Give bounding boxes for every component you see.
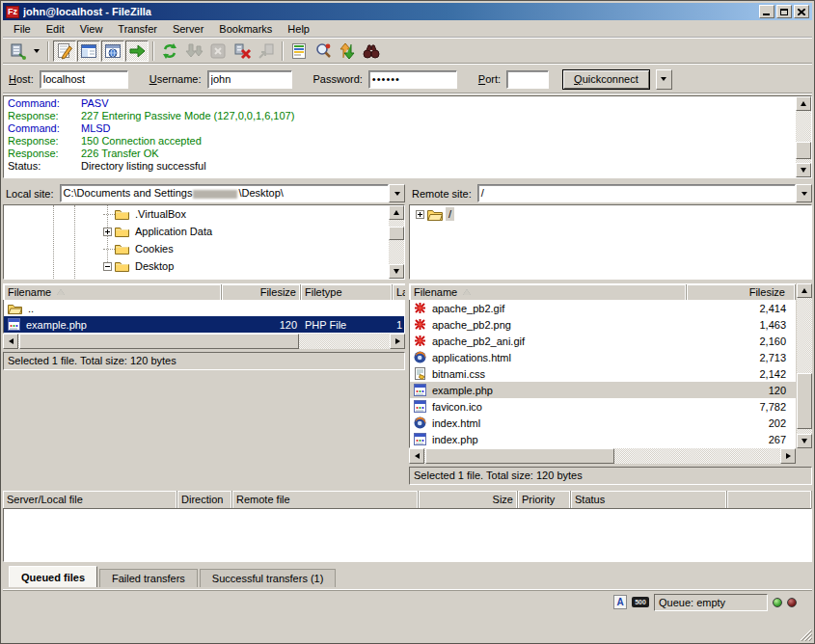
synchronized-browsing-button[interactable]: [336, 40, 359, 62]
file-row[interactable]: index.php 267: [410, 431, 796, 447]
toggle-local-tree-button[interactable]: [77, 40, 100, 62]
process-queue-button[interactable]: [182, 40, 205, 62]
local-tree-vertical-scrollbar[interactable]: [389, 205, 404, 279]
green-arrow-icon: [127, 41, 147, 61]
remote-vertical-scrollbar[interactable]: [796, 283, 812, 464]
scroll-left-button[interactable]: [409, 448, 424, 464]
menu-transfer[interactable]: Transfer: [111, 21, 164, 37]
directory-filters-button[interactable]: [287, 40, 311, 62]
scroll-up-button[interactable]: [797, 283, 812, 298]
remote-site-combobox[interactable]: /: [477, 184, 812, 202]
column-header-last-modified[interactable]: Last modified: [393, 284, 405, 300]
file-row[interactable]: bitnami.css 2,142: [410, 365, 796, 382]
collapse-minus-icon[interactable]: [103, 262, 112, 271]
scroll-down-button[interactable]: [797, 434, 812, 448]
quickconnect-button[interactable]: Quickconnect: [562, 69, 650, 90]
file-row[interactable]: index.html 202: [410, 415, 796, 431]
local-site-combobox[interactable]: C:\Documents and Settings\Desktop\: [60, 184, 405, 202]
minimize-button[interactable]: [759, 5, 774, 18]
filename-cell: applications.html: [432, 352, 511, 363]
log-vertical-scrollbar[interactable]: [796, 96, 811, 177]
column-header-filename[interactable]: Filename: [410, 284, 687, 300]
scroll-up-button[interactable]: [389, 205, 404, 220]
file-row[interactable]: favicon.ico 7,782: [410, 398, 796, 415]
remote-site-dropdown-button[interactable]: [796, 184, 812, 202]
column-header-filetype[interactable]: Filetype: [301, 284, 393, 300]
scroll-down-button[interactable]: [796, 163, 811, 177]
tab-queued-files[interactable]: Queued files: [9, 566, 97, 587]
transfer-queue-body[interactable]: [3, 508, 812, 562]
toggle-message-log-button[interactable]: [53, 40, 76, 62]
column-header-filesize[interactable]: Filesize: [687, 284, 796, 300]
file-row[interactable]: apache_pb2_ani.gif 2,160: [410, 333, 796, 349]
scroll-up-button[interactable]: [796, 96, 811, 111]
column-header-filesize[interactable]: Filesize: [222, 284, 301, 300]
tree-item-virtualbox[interactable]: .VirtualBox: [4, 205, 404, 223]
scrollbar-thumb[interactable]: [389, 227, 404, 240]
file-row[interactable]: apache_pb2.gif 2,414: [410, 300, 796, 316]
site-manager-button[interactable]: [6, 40, 29, 62]
menu-help[interactable]: Help: [281, 21, 316, 37]
toggle-remote-tree-button[interactable]: [101, 40, 124, 62]
resize-grip[interactable]: [799, 628, 812, 641]
column-header-remote-file[interactable]: Remote file: [232, 491, 419, 508]
menu-file[interactable]: File: [7, 21, 38, 37]
tab-successful-transfers[interactable]: Successful transfers (1): [200, 569, 337, 587]
tab-failed-transfers[interactable]: Failed transfers: [99, 569, 198, 587]
scrollbar-thumb[interactable]: [19, 334, 299, 349]
menu-view[interactable]: View: [73, 21, 110, 37]
column-header-priority[interactable]: Priority: [518, 491, 571, 508]
file-row[interactable]: applications.html 2,713: [410, 349, 796, 365]
close-button[interactable]: [794, 5, 809, 18]
quickconnect-dropdown-button[interactable]: [656, 69, 672, 90]
log-line: Command:PASV: [8, 97, 796, 110]
column-header-direction[interactable]: Direction: [177, 491, 232, 508]
scroll-left-button[interactable]: [3, 334, 18, 349]
file-row-example-php[interactable]: example.php 120 PHP File 1: [4, 316, 404, 333]
title-bar[interactable]: Fz john@localhost - FileZilla: [3, 3, 812, 20]
column-header-size[interactable]: Size: [419, 491, 518, 508]
username-input[interactable]: [207, 70, 292, 89]
directory-comparison-button[interactable]: [312, 40, 335, 62]
speed-limits-icon[interactable]: 500: [632, 597, 649, 607]
php-file-icon: [414, 433, 426, 445]
tree-item-desktop[interactable]: Desktop: [4, 257, 404, 275]
port-input[interactable]: [506, 70, 549, 89]
local-site-dropdown-button[interactable]: [389, 184, 405, 202]
file-row-parent-dir[interactable]: ..: [4, 300, 404, 316]
expand-plus-icon[interactable]: [416, 210, 424, 219]
local-horizontal-scrollbar[interactable]: [3, 334, 405, 349]
password-input[interactable]: [368, 70, 457, 89]
maximize-button[interactable]: [776, 5, 792, 18]
scroll-right-button[interactable]: [780, 448, 796, 464]
cancel-button[interactable]: [206, 40, 230, 62]
column-header-server-local-file[interactable]: Server/Local file: [3, 491, 177, 508]
host-input[interactable]: [40, 70, 128, 89]
ascii-transfer-type-icon[interactable]: A: [613, 595, 627, 609]
menu-bookmarks[interactable]: Bookmarks: [212, 21, 279, 37]
remote-horizontal-scrollbar[interactable]: [409, 448, 796, 464]
reconnect-button[interactable]: [255, 40, 278, 62]
scroll-down-button[interactable]: [389, 264, 404, 279]
column-header-status[interactable]: Status: [571, 491, 727, 508]
tree-item-root[interactable]: /: [410, 205, 811, 223]
menu-server[interactable]: Server: [166, 21, 210, 37]
scrollbar-thumb[interactable]: [796, 142, 811, 159]
menu-edit[interactable]: Edit: [40, 21, 71, 37]
local-list-header: Filename Filesize Filetype Last modified: [3, 283, 405, 300]
file-row-example-php[interactable]: example.php 120: [410, 382, 796, 398]
scroll-right-button[interactable]: [390, 334, 405, 349]
site-manager-dropdown-button[interactable]: [30, 40, 43, 62]
tree-item-application-data[interactable]: Application Data: [4, 223, 404, 240]
local-site-label: Local site:: [3, 185, 60, 202]
refresh-button[interactable]: [158, 40, 181, 62]
expand-plus-icon[interactable]: [103, 228, 112, 236]
file-row[interactable]: apache_pb2.png 1,463: [410, 316, 796, 333]
column-header-filename[interactable]: Filename: [4, 284, 222, 300]
tree-item-cookies[interactable]: Cookies: [4, 240, 404, 257]
disconnect-button[interactable]: [231, 40, 254, 62]
toggle-queue-button[interactable]: [125, 40, 149, 62]
find-files-button[interactable]: [360, 40, 383, 62]
scrollbar-thumb[interactable]: [425, 448, 614, 464]
scrollbar-thumb[interactable]: [797, 373, 812, 429]
